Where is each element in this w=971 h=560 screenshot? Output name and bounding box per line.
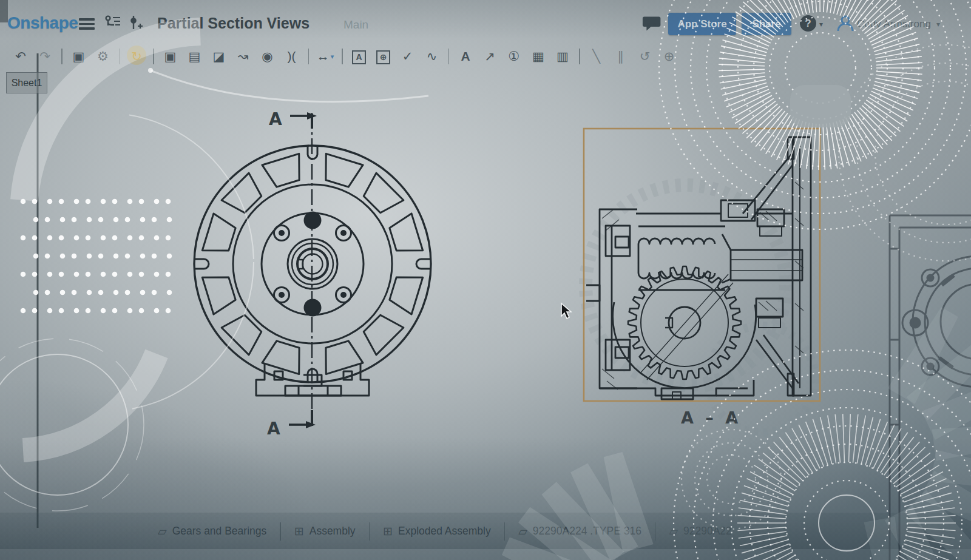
follow-mode-icon[interactable] [129,15,144,32]
comment-icon[interactable] [642,13,663,33]
hatch-icon[interactable]: ∥ [609,49,633,64]
user-name[interactable]: Cody Armstrong [857,18,931,30]
weld-symbol-icon[interactable]: ∿ [420,49,444,64]
rim-slot [390,277,423,314]
toolbar-divider [579,49,580,64]
bom-table-icon[interactable]: ▥ [550,49,575,64]
edge-partial-view[interactable] [890,215,971,560]
section-view-icon[interactable]: ◪ [207,49,231,64]
rim-slot [326,153,363,187]
drawing-sheet: A A [0,0,971,560]
geometric-tolerance-icon[interactable]: ⊕ [371,49,396,64]
redo-icon[interactable]: ↷ [33,49,57,64]
help-icon[interactable]: ? [800,15,816,32]
rim-slot [202,277,235,314]
inspection-icon[interactable]: ① [502,49,526,64]
front-view[interactable]: A A [194,109,431,439]
part-studio-icon: ▱ [669,524,678,538]
section-arrow-top-label: A [269,109,282,129]
tab-label: 92290A22 [683,525,732,538]
undo-icon[interactable]: ↶ [8,49,33,64]
rim-slot [364,173,404,213]
sheet-tab[interactable]: Sheet1 [6,72,47,93]
toolbar-divider [153,49,154,64]
tab-label: Gears and Bearings [172,525,267,538]
circle-icon[interactable]: ↺ [633,49,657,64]
versions-icon[interactable] [104,15,123,30]
insert-view-icon[interactable]: ▣ [158,49,183,64]
rim-slot [222,315,262,355]
part-studio-icon: ▱ [158,524,167,538]
app-store-button[interactable]: App Store [668,13,736,35]
rim-slot [326,341,363,374]
wrench-icon[interactable]: ⚙ [91,49,115,64]
toolbar-divider [120,49,121,64]
rim-slot [364,315,404,355]
rim-slot [262,153,299,187]
dimension-icon[interactable]: ↔▾ [313,49,337,64]
tab-92290a22[interactable]: ▱92290A22 [655,513,745,549]
projected-view-icon[interactable]: ↝ [231,49,255,64]
main-menu-icon[interactable] [79,16,95,32]
callout-icon[interactable]: ↗ [478,49,502,64]
section-view-label: A – A [681,408,741,427]
bolt-holes [274,226,351,303]
assembly-icon: ⊞ [294,524,304,538]
toolbar-divider [308,49,310,64]
tab-assembly[interactable]: ⊞Assembly [281,513,369,549]
part-studio-icon: ▱ [518,524,527,538]
view-cube-icon[interactable]: ▣ [67,49,91,64]
share-button[interactable]: Share [742,13,791,35]
update-views-icon[interactable]: ↻ [124,49,149,64]
toolbar-divider [448,49,450,64]
surface-finish-icon[interactable]: ✓ [396,49,420,64]
tab-gears-and-bearings[interactable]: ▱Gears and Bearings [144,513,280,549]
user-avatar-icon[interactable] [836,15,854,33]
line-icon[interactable]: ╲ [584,49,609,64]
tab-label: Exploded Assembly [398,525,491,538]
toolbar-divider [61,49,63,64]
auxiliary-view-icon[interactable]: ◉ [255,49,280,64]
rim-slot [262,341,299,374]
workspace-name: Main [343,18,368,32]
tab-exploded-assembly[interactable]: ⊞Exploded Assembly [370,513,504,549]
worm-thread-top [638,238,715,244]
user-menu-caret-icon[interactable]: ▾ [936,20,940,29]
tab-label: Assembly [310,525,356,538]
break-view-icon[interactable]: )( [280,49,304,64]
note-icon[interactable]: A [453,49,478,64]
assembly-icon: ⊞ [383,524,393,538]
rim-slot [390,214,423,251]
rim-slot [202,214,235,251]
datum-icon[interactable]: A [347,49,371,64]
document-tab-bar: ▱Gears and Bearings⊞Assembly⊞Exploded As… [0,513,971,549]
onshape-logo[interactable]: Onshape [7,13,78,33]
center-mark-icon[interactable]: ⊕ [657,49,682,64]
tab-label: 92290A224 .TYPE 316 [533,525,641,538]
drawing-toolbar: ↶↷▣⚙↻▣▤◪↝◉)(↔▾A⊕✓∿A↗①▦▥╲∥↺⊕ [8,44,682,69]
rim-slot [222,173,262,213]
tab-92290a224-type-316[interactable]: ▱92290A224 .TYPE 316 [505,513,655,549]
sheet-layout-icon[interactable]: ▤ [183,49,207,64]
section-arrow-bottom-label: A [267,419,280,439]
table-icon[interactable]: ▦ [526,49,550,64]
section-view[interactable] [586,137,811,399]
help-caret-icon[interactable]: ▾ [819,20,823,29]
app-header: Onshape Partial Section Views Main App S… [0,0,971,41]
document-title: Partial Section Views [157,15,310,32]
toolbar-divider [342,49,343,64]
